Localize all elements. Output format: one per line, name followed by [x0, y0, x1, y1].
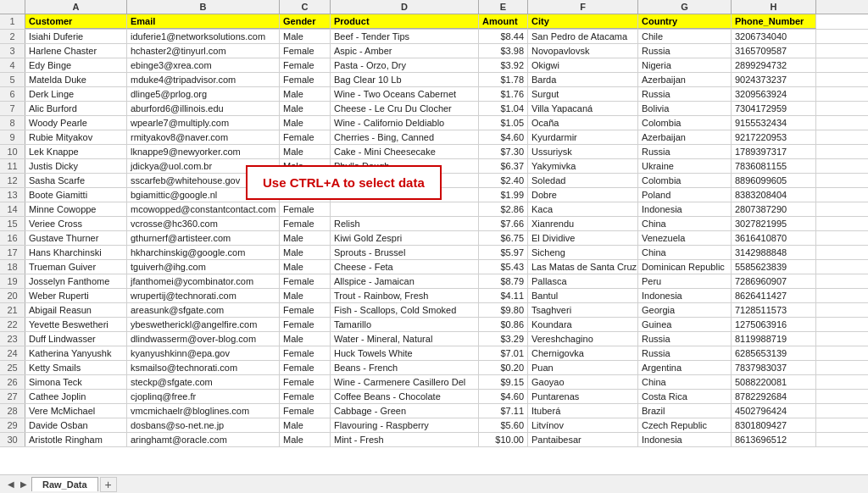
cell-customer[interactable]: Hans Kharchinski: [25, 246, 127, 259]
cell-email[interactable]: sscarfeb@whitehouse.gov: [127, 174, 280, 187]
cell-email[interactable]: areasunk@sfgate.com: [127, 303, 280, 317]
cell-email[interactable]: mduke4@tripadvisor.com: [127, 73, 280, 86]
cell-country: Venezuela: [638, 231, 732, 245]
cell-product: Bag Clear 10 Lb: [331, 73, 479, 86]
col-header-C[interactable]: C: [280, 0, 331, 14]
cell-email[interactable]: tguiverh@ihg.com: [127, 260, 280, 274]
cell-country: Russia: [638, 346, 732, 360]
cell-customer[interactable]: Vere McMichael: [25, 404, 127, 418]
cell-customer[interactable]: Cathee Joplin: [25, 390, 127, 403]
cell-amount: $9.15: [479, 375, 528, 389]
cell-customer[interactable]: Boote Giamitti: [25, 188, 127, 202]
row-num: 18: [0, 260, 25, 274]
col-header-A[interactable]: A: [25, 0, 127, 14]
cell-email[interactable]: rmityakov8@naver.com: [127, 130, 280, 144]
cell-product: [331, 202, 479, 216]
cell-email[interactable]: ebinge3@xrea.com: [127, 58, 280, 72]
cell-email[interactable]: iduferie1@networksolutions.com: [127, 30, 280, 43]
cell-customer[interactable]: Simona Teck: [25, 375, 127, 389]
col-header-G[interactable]: G: [638, 0, 732, 14]
cell-customer[interactable]: Ketty Smails: [25, 361, 127, 374]
cell-email[interactable]: aburford6@illinois.edu: [127, 102, 280, 115]
col-header-F[interactable]: F: [528, 0, 638, 14]
cell-email[interactable]: hkharchinskig@google.com: [127, 246, 280, 259]
cell-email[interactable]: aringhamt@oracle.com: [127, 433, 280, 446]
cell-email[interactable]: dlinge5@prlog.org: [127, 87, 280, 101]
cell-email[interactable]: dlindwasserm@over-blog.com: [127, 332, 280, 346]
cell-customer[interactable]: Justis Dicky: [25, 159, 127, 173]
cell-email[interactable]: lknappe9@newyorker.com: [127, 145, 280, 158]
table-row: 6 Derk Linge dlinge5@prlog.org Male Wine…: [0, 87, 868, 102]
tab-navigation: ◀ ▶: [5, 479, 30, 490]
table-row: 14 Minne Cowoppe mcowopped@constantconta…: [0, 202, 868, 217]
cell-email[interactable]: mcowopped@constantcontact.com: [127, 202, 280, 216]
cell-phone: 7286960907: [732, 274, 816, 288]
cell-customer[interactable]: Aristotle Ringham: [25, 433, 127, 446]
col-header-B[interactable]: B: [127, 0, 280, 14]
cell-email[interactable]: vcrosse@hc360.com: [127, 217, 280, 230]
tab-arrow-left[interactable]: ◀: [5, 479, 17, 490]
cell-city: Litvínov: [528, 418, 638, 432]
cell-customer[interactable]: Matelda Duke: [25, 73, 127, 86]
cell-customer[interactable]: Alic Burford: [25, 102, 127, 115]
cell-customer[interactable]: Abigail Reasun: [25, 303, 127, 317]
add-sheet-button[interactable]: +: [100, 477, 117, 492]
cell-email[interactable]: dosbans@so-net.ne.jp: [127, 418, 280, 432]
cell-email[interactable]: cjoplinq@free.fr: [127, 390, 280, 403]
cell-email[interactable]: wrupertij@technorati.com: [127, 289, 280, 302]
cell-country: Azerbaijan: [638, 73, 732, 86]
cell-customer[interactable]: Minne Cowoppe: [25, 202, 127, 216]
cell-customer[interactable]: Sasha Scarfe: [25, 174, 127, 187]
cell-city: Ituberá: [528, 404, 638, 418]
col-header-D[interactable]: D: [331, 0, 479, 14]
cell-amount: $4.60: [479, 390, 528, 403]
cell-customer[interactable]: Josselyn Fanthome: [25, 274, 127, 288]
cell-customer[interactable]: Rubie Mityakov: [25, 130, 127, 144]
cell-email[interactable]: steckp@sfgate.com: [127, 375, 280, 389]
cell-customer[interactable]: Derk Linge: [25, 87, 127, 101]
cell-customer[interactable]: Woody Pearle: [25, 116, 127, 130]
cell-customer[interactable]: Harlene Chaster: [25, 44, 127, 58]
cell-email[interactable]: ybeswetherickl@angelfire.com: [127, 318, 280, 331]
col-header-E[interactable]: E: [479, 0, 528, 14]
cell-product: Kiwi Gold Zespri: [331, 231, 479, 245]
cell-city: Pantaibesar: [528, 433, 638, 446]
cell-email[interactable]: wpearle7@multiply.com: [127, 116, 280, 130]
cell-city: Villa Yapacaná: [528, 102, 638, 115]
cell-customer[interactable]: Edy Binge: [25, 58, 127, 72]
cell-customer[interactable]: Gustave Thurner: [25, 231, 127, 245]
cell-customer[interactable]: Weber Ruperti: [25, 289, 127, 302]
sheet-tab-raw-data[interactable]: Raw_Data: [31, 477, 98, 491]
cell-phone: 6285653139: [732, 346, 816, 360]
cell-gender: Female: [280, 361, 331, 374]
tab-arrow-right[interactable]: ▶: [18, 479, 30, 490]
cell-email[interactable]: ksmailso@technorati.com: [127, 361, 280, 374]
cell-customer[interactable]: Trueman Guiver: [25, 260, 127, 274]
cell-phone: 8896099605: [732, 174, 816, 187]
row-number-header: [0, 0, 25, 14]
cell-customer[interactable]: Duff Lindwasser: [25, 332, 127, 346]
cell-email[interactable]: hchaster2@tinyurl.com: [127, 44, 280, 58]
cell-customer[interactable]: Yevette Beswetheri: [25, 318, 127, 331]
cell-email[interactable]: vmcmichaelr@bloglines.com: [127, 404, 280, 418]
cell-email[interactable]: kyanyushkinn@epa.gov: [127, 346, 280, 360]
cell-customer[interactable]: Davide Osban: [25, 418, 127, 432]
cell-email[interactable]: gthurnerf@artisteer.com: [127, 231, 280, 245]
cell-customer[interactable]: Isiahi Duferie: [25, 30, 127, 43]
row-num: 30: [0, 433, 25, 446]
cell-gender: Female: [280, 217, 331, 230]
header-gender: Gender: [280, 14, 331, 29]
cell-customer[interactable]: Lek Knappe: [25, 145, 127, 158]
cell-email[interactable]: bgiamittic@google.nl: [127, 188, 280, 202]
cell-phone: 7128511573: [732, 303, 816, 317]
cell-customer[interactable]: Katherina Yanyushk: [25, 346, 127, 360]
cell-country: Dominican Republic: [638, 260, 732, 274]
cell-email[interactable]: jdickya@uol.com.br: [127, 159, 280, 173]
cell-customer[interactable]: Veriee Cross: [25, 217, 127, 230]
cell-amount: $7.11: [479, 404, 528, 418]
cell-gender: Female: [280, 346, 331, 360]
cell-email[interactable]: jfanthomei@ycombinator.com: [127, 274, 280, 288]
col-header-H[interactable]: H: [732, 0, 816, 14]
row-num: 23: [0, 332, 25, 346]
row-num: 4: [0, 58, 25, 72]
